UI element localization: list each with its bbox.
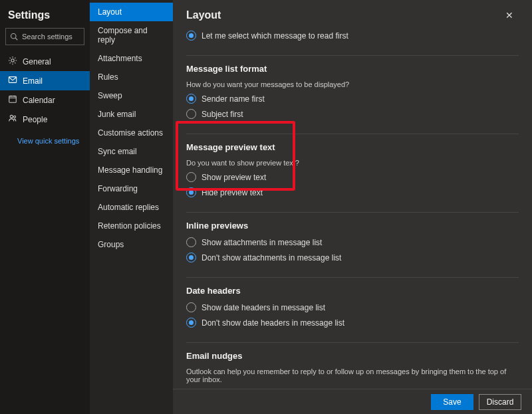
section-inlinePreviews: Inline previewsShow attachments in messa… [186,213,519,278]
nav2-item-layout[interactable]: Layout [90,3,173,21]
svg-point-0 [11,34,17,39]
nav2-item-retention-policies[interactable]: Retention policies [90,217,173,235]
section-title: Message preview text [186,142,519,152]
nav2-item-message-handling[interactable]: Message handling [90,161,173,179]
section-messageListFormat: Message list formatHow do you want your … [186,56,519,134]
radio-icon [186,187,196,197]
radio-label: Show attachments in message list [201,238,322,247]
radio-label: Subject first [201,110,243,119]
nav1-item-people[interactable]: People [0,110,90,129]
radio-label: Show date headers in message list [201,303,325,312]
radio-inlinePreviews-0[interactable]: Show attachments in message list [186,237,519,247]
search-input[interactable]: Search settings [5,28,84,45]
layout-pane: Layout ✕ Let me select which message to … [173,0,532,414]
radio-icon [186,253,196,262]
nav1-item-general[interactable]: General [0,52,90,71]
close-button[interactable]: ✕ [500,6,519,25]
mail-icon [8,75,17,86]
view-quick-settings-link[interactable]: View quick settings [17,137,90,145]
section-title: Inline previews [186,221,519,231]
nav2-item-rules[interactable]: Rules [90,68,173,86]
footer: Save Discard [173,389,532,414]
nav2-item-groups[interactable]: Groups [90,235,173,254]
radio-dateHeaders-1[interactable]: Don't show date headers in message list [186,318,519,328]
radio-icon [186,94,196,104]
nav2-item-customise-actions[interactable]: Customise actions [90,124,173,142]
radio-icon [186,172,196,182]
nav1-item-calendar[interactable]: Calendar [0,90,90,110]
svg-point-6 [13,116,15,118]
radio-icon [186,302,196,312]
discard-button[interactable]: Discard [479,394,521,410]
section-desc: Outlook can help you remember to reply t… [186,367,519,383]
svg-rect-4 [9,96,17,103]
gear-icon [8,56,17,67]
svg-point-2 [11,59,14,62]
page-title: Layout [186,9,221,21]
email-settings-menu: LayoutCompose and replyAttachmentsRulesS… [90,0,173,414]
section-dateHeaders: Date headersShow date headers in message… [186,278,519,343]
nav1-label: People [23,115,47,124]
nav2-item-forwarding[interactable]: Forwarding [90,179,173,198]
radio-inlinePreviews-1[interactable]: Don't show attachments in message list [186,253,519,262]
section-title: Email nudges [186,351,519,361]
svg-point-5 [10,115,13,118]
radio-label: Hide preview text [201,188,263,197]
settings-dialog: Settings Search settings GeneralEmailCal… [0,0,532,414]
radio-previewText-0[interactable]: Show preview text [186,172,519,182]
radio-label: Don't show date headers in message list [201,318,344,328]
calendar-icon [8,94,17,106]
settings-sidebar: Settings Search settings GeneralEmailCal… [0,0,90,414]
nav2-item-sync-email[interactable]: Sync email [90,142,173,161]
radio-previewText-1[interactable]: Hide preview text [186,187,519,197]
radio-read-first[interactable]: Let me select which message to read firs… [186,31,519,41]
section-desc: Do you want to show preview text? [186,159,519,167]
radio-dateHeaders-0[interactable]: Show date headers in message list [186,302,519,312]
radio-icon [186,31,196,41]
nav2-item-attachments[interactable]: Attachments [90,49,173,68]
radio-label: Sender name first [201,94,265,104]
nav2-item-automatic-replies[interactable]: Automatic replies [90,198,173,217]
section-title: Date headers [186,286,519,296]
settings-title: Settings [8,9,90,21]
search-icon [10,33,18,41]
settings-scroll-area[interactable]: Let me select which message to read firs… [186,28,519,414]
radio-label: Let me select which message to read firs… [201,31,348,41]
radio-label: Show preview text [201,173,266,182]
radio-icon [186,237,196,247]
people-icon [8,114,17,125]
svg-line-1 [15,38,17,40]
section-desc: How do you want your messages to be disp… [186,80,519,88]
radio-label: Don't show attachments in message list [201,253,341,262]
radio-messageListFormat-1[interactable]: Subject first [186,109,519,119]
save-button[interactable]: Save [431,394,473,410]
nav1-label: General [23,57,51,66]
nav1-label: Email [23,76,43,86]
search-placeholder: Search settings [22,33,72,41]
radio-icon [186,109,196,119]
pane-header: Layout ✕ [186,5,519,25]
radio-messageListFormat-0[interactable]: Sender name first [186,94,519,104]
nav2-item-junk-email[interactable]: Junk email [90,105,173,124]
nav2-item-sweep[interactable]: Sweep [90,86,173,105]
nav1-label: Calendar [23,96,55,105]
radio-icon [186,318,196,328]
nav2-item-compose-and-reply[interactable]: Compose and reply [90,21,173,49]
section-previewText: Message preview textDo you want to show … [186,134,519,213]
section-title: Message list format [186,64,519,74]
nav1-item-email[interactable]: Email [0,71,90,90]
